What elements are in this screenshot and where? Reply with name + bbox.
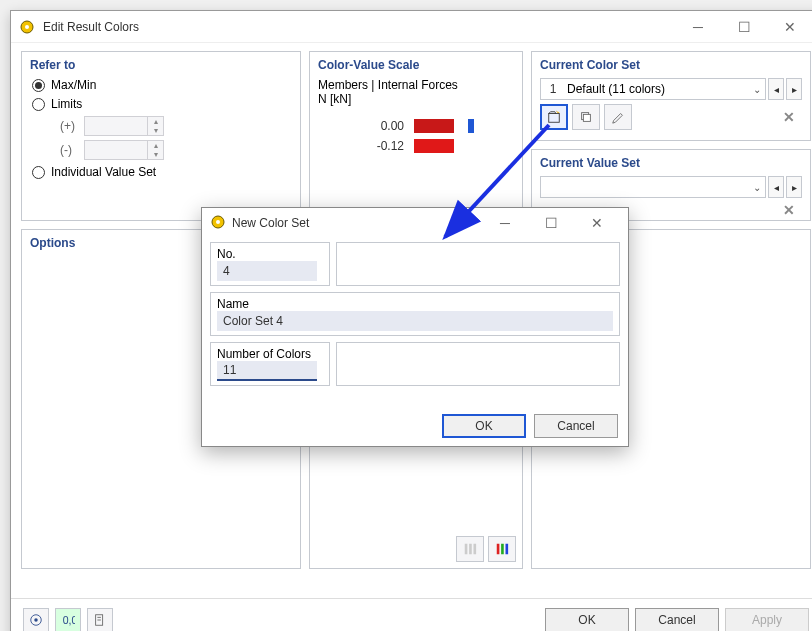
- ok-button[interactable]: OK: [545, 608, 629, 632]
- dialog-titlebar: New Color Set ─ ☐ ✕: [202, 208, 628, 238]
- minus-label: (-): [60, 143, 80, 157]
- dialog-minimize-button[interactable]: ─: [482, 208, 528, 238]
- dialog-ok-button[interactable]: OK: [442, 414, 526, 438]
- current-color-set-panel: Current Color Set 1 Default (11 colors) …: [531, 51, 811, 141]
- preview-mode-b-button[interactable]: [488, 536, 516, 562]
- copy-color-set-button[interactable]: [572, 104, 600, 130]
- name-label: Name: [217, 297, 613, 311]
- svg-rect-10: [506, 544, 509, 555]
- minimize-button[interactable]: ─: [675, 12, 721, 42]
- ccs-legend: Current Color Set: [540, 58, 802, 72]
- limits-minus-input[interactable]: ▴▾: [84, 140, 164, 160]
- svg-rect-2: [549, 114, 560, 123]
- color-set-next[interactable]: ▸: [786, 78, 802, 100]
- maximize-button[interactable]: ☐: [721, 12, 767, 42]
- radio-individual[interactable]: Individual Value Set: [30, 165, 292, 179]
- svg-point-19: [216, 220, 220, 224]
- color-set-index: 1: [545, 82, 561, 96]
- radio-icon: [32, 166, 45, 179]
- app-icon: [210, 214, 226, 233]
- refer-to-panel: Refer to Max/Min Limits (+) ▴▾ (-) ▴▾ In…: [21, 51, 301, 221]
- delete-value-set-button[interactable]: ✕: [776, 202, 802, 218]
- no-label: No.: [217, 247, 323, 261]
- empty-panel-2: [336, 342, 620, 386]
- radio-icon: [32, 79, 45, 92]
- cvs2-legend: Current Value Set: [540, 156, 802, 170]
- no-input[interactable]: [217, 261, 317, 281]
- svg-rect-4: [583, 114, 590, 121]
- svg-rect-8: [497, 544, 500, 555]
- footer-bar: 0,00 OK Cancel Apply: [11, 598, 812, 631]
- svg-point-12: [34, 618, 38, 622]
- refer-to-legend: Refer to: [30, 58, 292, 72]
- dialog-close-button[interactable]: ✕: [574, 208, 620, 238]
- no-field-group: No.: [210, 242, 330, 286]
- name-field-group: Name: [210, 292, 620, 336]
- svg-rect-7: [474, 544, 477, 555]
- num-colors-field-group: Number of Colors: [210, 342, 330, 386]
- value-set-prev[interactable]: ◂: [768, 176, 784, 198]
- units-button[interactable]: 0,00: [55, 608, 81, 632]
- app-icon: [19, 19, 35, 35]
- num-colors-input[interactable]: [217, 361, 317, 381]
- cvs-legend: Color-Value Scale: [318, 58, 514, 72]
- dialog-cancel-button[interactable]: Cancel: [534, 414, 618, 438]
- color-set-dropdown[interactable]: 1 Default (11 colors) ⌄: [540, 78, 766, 100]
- color-value-scale-panel: Color-Value Scale Members | Internal For…: [309, 51, 523, 221]
- help-button[interactable]: [23, 608, 49, 632]
- new-color-set-button[interactable]: [540, 104, 568, 130]
- dialog-maximize-button[interactable]: ☐: [528, 208, 574, 238]
- svg-rect-6: [469, 544, 472, 555]
- chevron-down-icon: ⌄: [753, 182, 761, 193]
- edit-result-colors-window: Edit Result Colors ─ ☐ ✕ Refer to Max/Mi…: [10, 10, 812, 631]
- radio-label: Max/Min: [51, 78, 96, 92]
- svg-rect-5: [465, 544, 468, 555]
- color-set-prev[interactable]: ◂: [768, 78, 784, 100]
- new-color-set-dialog: New Color Set ─ ☐ ✕ No. Name Number of C…: [201, 207, 629, 447]
- color-swatch[interactable]: [414, 119, 454, 133]
- empty-panel-1: [336, 242, 620, 286]
- edit-color-set-button[interactable]: [604, 104, 632, 130]
- color-set-selected: Default (11 colors): [567, 82, 747, 96]
- window-title: Edit Result Colors: [43, 20, 675, 34]
- cvs-line1: Members | Internal Forces: [318, 78, 514, 92]
- limits-plus-row: (+) ▴▾: [60, 116, 292, 136]
- value-set-dropdown[interactable]: ⌄: [540, 176, 766, 198]
- value-set-next[interactable]: ▸: [786, 176, 802, 198]
- close-button[interactable]: ✕: [767, 12, 812, 42]
- cvs-line2: N [kN]: [318, 92, 514, 106]
- svg-text:0,00: 0,00: [63, 613, 75, 625]
- limits-plus-input[interactable]: ▴▾: [84, 116, 164, 136]
- color-swatch[interactable]: [414, 139, 454, 153]
- plus-label: (+): [60, 119, 80, 133]
- radio-icon: [32, 98, 45, 111]
- radio-label: Limits: [51, 97, 82, 111]
- chevron-down-icon: ⌄: [753, 84, 761, 95]
- svg-rect-9: [501, 544, 504, 555]
- svg-point-1: [25, 25, 29, 29]
- num-colors-label: Number of Colors: [217, 347, 323, 361]
- name-input[interactable]: [217, 311, 613, 331]
- limits-minus-row: (-) ▴▾: [60, 140, 292, 160]
- scale-handle[interactable]: [468, 119, 474, 133]
- report-button[interactable]: [87, 608, 113, 632]
- delete-color-set-button[interactable]: ✕: [776, 109, 802, 125]
- scale-row-0: 0.00: [318, 119, 514, 133]
- radio-label: Individual Value Set: [51, 165, 156, 179]
- radio-limits[interactable]: Limits: [30, 97, 292, 111]
- preview-mode-a-button[interactable]: [456, 536, 484, 562]
- dialog-title: New Color Set: [232, 216, 482, 230]
- scale-row-1: -0.12: [318, 139, 514, 153]
- apply-button[interactable]: Apply: [725, 608, 809, 632]
- titlebar: Edit Result Colors ─ ☐ ✕: [11, 11, 812, 43]
- right-column: Current Color Set 1 Default (11 colors) …: [531, 51, 811, 221]
- radio-max-min[interactable]: Max/Min: [30, 78, 292, 92]
- cancel-button[interactable]: Cancel: [635, 608, 719, 632]
